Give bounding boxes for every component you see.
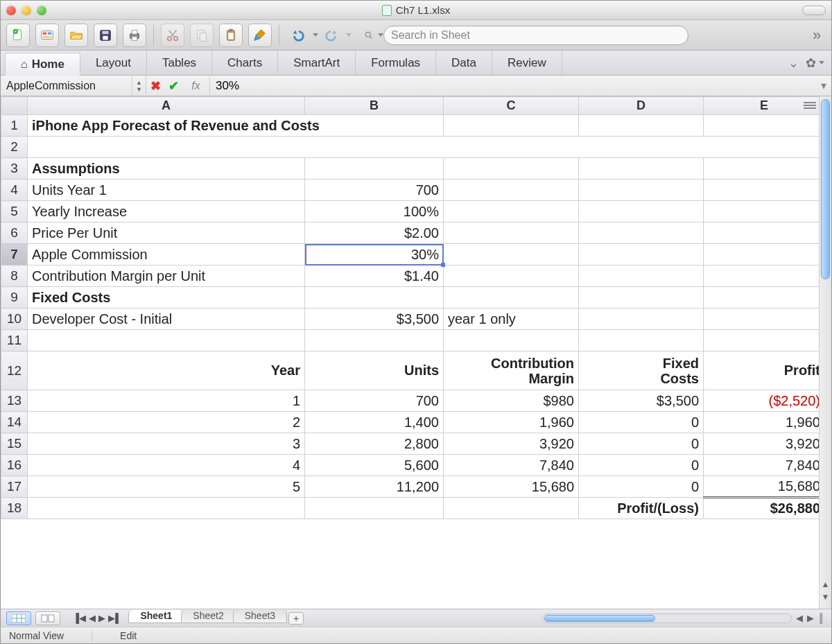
row-header[interactable]: 17: [1, 476, 28, 498]
vertical-scroll-thumb[interactable]: [821, 99, 830, 279]
sheet-tab[interactable]: Sheet3: [233, 610, 287, 623]
cell[interactable]: FixedCosts: [579, 351, 704, 390]
row-header[interactable]: 5: [1, 201, 28, 223]
cell[interactable]: [444, 266, 579, 287]
cell[interactable]: 5,600: [305, 455, 444, 476]
cell[interactable]: [579, 266, 704, 287]
add-sheet-button[interactable]: +: [288, 612, 304, 625]
minimize-window-button[interactable]: [21, 6, 31, 15]
grid[interactable]: A B C D E 1 iPhone App Forecast of Reven…: [1, 96, 819, 609]
cell[interactable]: 7,840: [444, 455, 579, 476]
templates-button[interactable]: [35, 24, 59, 47]
save-button[interactable]: [94, 24, 117, 47]
scroll-right-icon[interactable]: ▶: [807, 613, 814, 623]
cell[interactable]: ContributionMargin: [444, 351, 579, 390]
cell[interactable]: [305, 287, 444, 308]
name-box[interactable]: AppleCommission: [1, 77, 132, 95]
cell[interactable]: [444, 180, 579, 201]
select-all-corner[interactable]: [1, 97, 28, 115]
cut-button[interactable]: [161, 24, 184, 47]
cell[interactable]: Fixed Costs: [28, 287, 305, 308]
cell[interactable]: [579, 180, 704, 201]
row-header[interactable]: 10: [1, 308, 28, 330]
cell[interactable]: [579, 158, 704, 180]
cell[interactable]: year 1 only: [444, 308, 579, 330]
row-header[interactable]: 16: [1, 455, 28, 476]
cell[interactable]: 11,200: [305, 476, 444, 498]
ribbon-collapse-button[interactable]: ⌄: [788, 55, 799, 71]
row-header[interactable]: 14: [1, 412, 28, 433]
cell[interactable]: [444, 498, 579, 519]
new-workbook-button[interactable]: +: [6, 24, 30, 47]
cell[interactable]: [579, 330, 704, 351]
cell[interactable]: [444, 223, 579, 244]
horizontal-scrollbar[interactable]: ◀ ▶ ║: [304, 613, 831, 623]
cell[interactable]: [704, 266, 820, 287]
last-sheet-button[interactable]: ▶▌: [108, 613, 121, 623]
undo-dropdown-icon[interactable]: [313, 33, 318, 37]
active-cell[interactable]: 30%: [305, 244, 444, 266]
ribbon-tab-smartart[interactable]: SmartArt: [278, 51, 356, 75]
cell[interactable]: [579, 244, 704, 266]
cell[interactable]: Profit/(Loss): [579, 498, 704, 519]
sheet-tab[interactable]: Sheet1: [128, 610, 184, 623]
cell[interactable]: [704, 244, 820, 266]
cell[interactable]: 700: [305, 390, 444, 412]
row-header[interactable]: 15: [1, 433, 28, 455]
cell[interactable]: [704, 201, 820, 223]
scroll-up-icon[interactable]: ▲: [820, 580, 831, 589]
cell[interactable]: [704, 308, 820, 330]
cancel-edit-button[interactable]: ✖: [146, 78, 164, 94]
open-button[interactable]: [64, 24, 88, 47]
column-header[interactable]: A: [28, 97, 305, 115]
cell[interactable]: [444, 158, 579, 180]
cell[interactable]: Assumptions: [28, 158, 305, 180]
ribbon-tab-data[interactable]: Data: [436, 51, 492, 75]
name-box-stepper[interactable]: ▲▼: [132, 77, 146, 95]
copy-button[interactable]: [190, 24, 214, 47]
row-header[interactable]: 13: [1, 390, 28, 412]
cell[interactable]: 0: [579, 433, 704, 455]
ribbon-tab-charts[interactable]: Charts: [212, 51, 278, 75]
cell[interactable]: [704, 180, 820, 201]
formula-input[interactable]: [210, 79, 816, 93]
cell[interactable]: ($2,520): [704, 390, 820, 412]
cell[interactable]: Yearly Increase: [28, 201, 305, 223]
cell[interactable]: 1,960: [704, 412, 820, 433]
column-header[interactable]: B: [305, 97, 444, 115]
row-header[interactable]: 18: [1, 498, 28, 519]
cell[interactable]: [704, 158, 820, 180]
cell[interactable]: $3,500: [579, 390, 704, 412]
row-header[interactable]: 1: [1, 115, 28, 137]
cell[interactable]: $26,880: [704, 498, 820, 519]
cell[interactable]: 5: [28, 476, 305, 498]
titlebar-pill-button[interactable]: [802, 6, 826, 15]
cell[interactable]: [579, 115, 704, 137]
ribbon-tab-home[interactable]: ⌂ Home: [5, 53, 80, 76]
sheet-tab[interactable]: Sheet2: [181, 610, 235, 623]
column-header[interactable]: C: [444, 97, 579, 115]
row-header[interactable]: 6: [1, 223, 28, 244]
ribbon-tab-formulas[interactable]: Formulas: [356, 51, 436, 75]
column-header[interactable]: E: [704, 97, 820, 115]
paste-button[interactable]: [219, 24, 243, 47]
cell[interactable]: Units Year 1: [28, 180, 305, 201]
ribbon-tab-tables[interactable]: Tables: [147, 51, 212, 75]
cell[interactable]: 7,840: [704, 455, 820, 476]
cell[interactable]: [444, 330, 579, 351]
cell[interactable]: iPhone App Forecast of Revenue and Costs: [28, 115, 444, 137]
zoom-window-button[interactable]: [37, 6, 46, 15]
undo-button[interactable]: [286, 24, 310, 47]
cell[interactable]: [28, 498, 305, 519]
cell[interactable]: Units: [305, 351, 444, 390]
cell[interactable]: 15,680: [444, 476, 579, 498]
ribbon-tab-layout[interactable]: Layout: [80, 51, 147, 75]
cell[interactable]: [444, 201, 579, 223]
cell[interactable]: 1: [28, 390, 305, 412]
cell[interactable]: 2,800: [305, 433, 444, 455]
cell[interactable]: Year: [28, 351, 305, 390]
cell[interactable]: Profit: [704, 351, 820, 390]
cell[interactable]: 0: [579, 455, 704, 476]
search-field[interactable]: Search in Sheet: [383, 26, 688, 45]
search-scope-dropdown-icon[interactable]: [378, 33, 383, 37]
